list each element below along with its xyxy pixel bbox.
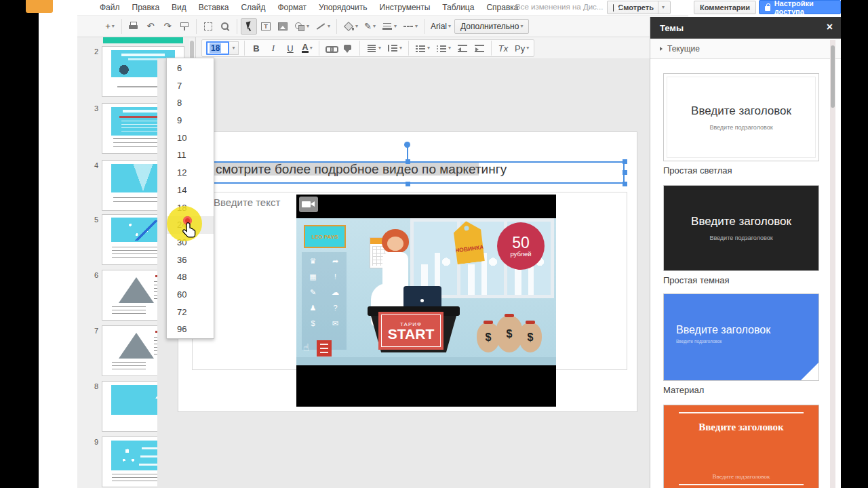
- italic-button[interactable]: I: [265, 40, 281, 56]
- menu-item-Инструменты[interactable]: Инструменты: [380, 3, 431, 12]
- insert-image-button[interactable]: [275, 18, 291, 35]
- zoom-fit-button[interactable]: [200, 18, 216, 35]
- underline-button[interactable]: U: [282, 40, 298, 56]
- line-weight-button[interactable]: ▾: [379, 18, 399, 35]
- text-box-button[interactable]: [258, 18, 274, 35]
- slide-number-2: 2: [86, 47, 98, 56]
- slide-title-text[interactable]: смотрите более подробное видео по маркет…: [216, 162, 507, 176]
- font-size-option-72[interactable]: 72: [167, 304, 214, 321]
- zoom-in-button[interactable]: [217, 18, 233, 35]
- theme-card-orange[interactable]: Введите заголовокВведите подзаголовок: [663, 405, 819, 488]
- close-icon[interactable]: ×: [827, 21, 833, 33]
- more-button-button[interactable]: Дополнительно▾: [454, 19, 529, 34]
- menu-item-Файл[interactable]: Файл: [100, 3, 120, 12]
- slide-number-7: 7: [86, 327, 98, 335]
- font-size-option-8[interactable]: 8: [167, 94, 214, 112]
- font-size-option-36[interactable]: 36: [167, 251, 214, 269]
- caret-icon: ▾: [448, 24, 451, 29]
- paint-format-button[interactable]: [176, 18, 193, 35]
- print-button[interactable]: [125, 18, 142, 35]
- menu-item-Слайд[interactable]: Слайд: [241, 3, 265, 12]
- text-color-button[interactable]: A▾: [299, 40, 315, 56]
- menu-item-Таблица[interactable]: Таблица: [442, 3, 474, 12]
- font-size-option-7[interactable]: 7: [167, 77, 214, 95]
- font-size-option-60[interactable]: 60: [167, 286, 214, 304]
- bulleted-list-button[interactable]: ▾: [433, 40, 454, 56]
- new-slide-button[interactable]: +▾: [102, 18, 118, 35]
- menu-item-Вставка[interactable]: Вставка: [199, 3, 229, 12]
- present-dropdown[interactable]: ▾: [658, 1, 665, 14]
- resize-handle-bottomright[interactable]: [623, 182, 627, 186]
- insert-shape-button[interactable]: ▾: [292, 18, 312, 35]
- resize-handle-top[interactable]: [406, 159, 410, 164]
- toolbar-separator: [244, 41, 245, 56]
- embedded-video[interactable]: LEO PAYS ♛➦▦!✎☁♟?$✉ НОВИНКА 50 рублей: [296, 195, 556, 407]
- menu-item-Правка[interactable]: Правка: [132, 3, 160, 12]
- caret-icon: ▾: [310, 45, 313, 51]
- resize-handle-bottom[interactable]: [406, 182, 410, 186]
- theme-card-Простая темная[interactable]: Введите заголовокВведите подзаголовок: [663, 185, 819, 271]
- insert-comment-icon: [342, 43, 353, 54]
- font-size-option-6[interactable]: 6: [167, 60, 214, 77]
- underline-icon: U: [287, 43, 293, 54]
- menu-item-Упорядочить[interactable]: Упорядочить: [319, 3, 367, 12]
- line-color-icon: ✎: [364, 21, 372, 31]
- caret-icon: ▾: [307, 24, 309, 29]
- menu-item-Вид[interactable]: Вид: [172, 3, 186, 12]
- zoom-fit-icon: [203, 21, 214, 32]
- redo-button[interactable]: ↷: [159, 18, 176, 35]
- strip-icon: ▦: [309, 272, 316, 281]
- line-dash-button[interactable]: ▾: [400, 18, 420, 35]
- clear-formatting-icon: Tx: [498, 43, 508, 54]
- font-size-option-12[interactable]: 12: [167, 164, 214, 182]
- outdent-button[interactable]: [454, 40, 471, 56]
- insert-link-button[interactable]: [323, 40, 339, 56]
- new-slide-icon: +: [105, 21, 111, 31]
- resize-handle-topright[interactable]: [623, 159, 627, 164]
- font-size-input[interactable]: 18: [206, 41, 229, 55]
- italic-icon: I: [272, 43, 275, 54]
- woman-torso: [382, 252, 408, 287]
- font-size-option-48[interactable]: 48: [167, 268, 214, 286]
- input-tools-button[interactable]: Ру▾: [512, 40, 532, 56]
- slide-thumbnail-1-partial[interactable]: [103, 37, 183, 43]
- slide-number-8: 8: [86, 382, 98, 390]
- caret-icon: ▾: [394, 24, 397, 29]
- menu-item-Формат[interactable]: Формат: [277, 3, 307, 12]
- bold-button[interactable]: B: [248, 40, 264, 56]
- present-button[interactable]: Смотреть ▾: [607, 1, 671, 14]
- insert-comment-button[interactable]: [340, 40, 356, 56]
- menu-item-Справка[interactable]: Справка: [486, 3, 518, 12]
- clear-formatting-button[interactable]: Tx: [495, 40, 511, 56]
- panel-scrollbar-thumb[interactable]: [831, 45, 835, 108]
- font-size-dropdown-arrow[interactable]: ▾: [229, 41, 239, 55]
- font-size-option-11[interactable]: 11: [167, 146, 214, 164]
- numbered-list-button[interactable]: ▾: [412, 40, 433, 56]
- font-size-option-9[interactable]: 9: [167, 112, 214, 129]
- bulleted-list-icon: [436, 43, 447, 54]
- undo-button[interactable]: ↶: [142, 18, 159, 35]
- align-icon: [366, 43, 377, 54]
- fill-color-button[interactable]: ▾: [340, 18, 361, 35]
- select-tool-button[interactable]: [241, 18, 257, 35]
- insert-line-button[interactable]: ▾: [313, 18, 333, 35]
- caret-icon: ▾: [112, 24, 115, 29]
- theme-card-Простая светлая[interactable]: Введите заголовокВведите подзаголовок: [663, 73, 819, 161]
- line-spacing-button[interactable]: ▾: [384, 40, 405, 56]
- slide-number-3: 3: [86, 104, 98, 113]
- font-size-option-14[interactable]: 14: [167, 182, 214, 199]
- resize-handle-right[interactable]: [623, 170, 627, 175]
- slides-logo-fragment: [26, 0, 53, 13]
- align-button[interactable]: ▾: [363, 40, 384, 56]
- themes-section-row[interactable]: Текущие: [650, 39, 841, 59]
- font-size-option-10[interactable]: 10: [167, 129, 214, 147]
- font-size-button[interactable]: 18▾: [204, 40, 241, 56]
- rotation-handle[interactable]: [404, 142, 410, 148]
- font-family-button[interactable]: Arial▾: [428, 18, 454, 35]
- share-button[interactable]: Настройки доступа: [759, 0, 841, 14]
- comments-button[interactable]: Комментарии: [694, 1, 756, 14]
- line-color-button[interactable]: ✎▾: [361, 18, 378, 35]
- theme-card-Материал[interactable]: Введите заголовокВведите подзаголовок: [663, 293, 819, 381]
- font-size-option-96[interactable]: 96: [167, 321, 214, 338]
- indent-button[interactable]: [471, 40, 488, 56]
